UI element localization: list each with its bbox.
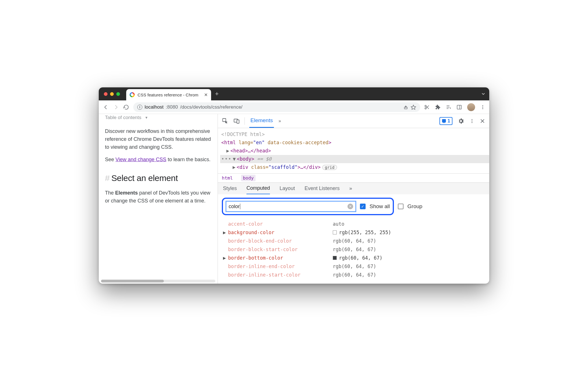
group-label: Group bbox=[407, 203, 422, 210]
zoom-window-button[interactable] bbox=[116, 92, 120, 96]
device-toolbar-icon[interactable] bbox=[233, 118, 240, 124]
more-tabs-button[interactable]: » bbox=[349, 186, 352, 191]
computed-property-row[interactable]: border-block-start-colorrgb(60, 64, 67) bbox=[223, 245, 489, 254]
svg-point-12 bbox=[482, 107, 483, 107]
side-panel-icon[interactable] bbox=[456, 104, 462, 110]
url-path: /docs/devtools/css/reference/ bbox=[180, 104, 243, 110]
doctype-node[interactable]: <!DOCTYPE html> bbox=[220, 130, 489, 139]
close-devtools-button[interactable] bbox=[480, 118, 485, 124]
new-tab-button[interactable]: + bbox=[215, 90, 219, 98]
svg-rect-9 bbox=[457, 105, 462, 109]
computed-properties-list[interactable]: accent-colorauto▶background-colorrgb(255… bbox=[218, 219, 489, 284]
browser-window: CSS features reference - Chrom ✕ + i loc… bbox=[99, 87, 489, 284]
more-panels-button[interactable]: » bbox=[278, 118, 281, 124]
tab-event-listeners[interactable]: Event Listeners bbox=[304, 186, 340, 191]
profile-avatar[interactable] bbox=[467, 103, 475, 111]
property-name: accent-color bbox=[228, 221, 333, 227]
styles-tabbar: Styles Computed Layout Event Listeners » bbox=[218, 182, 489, 194]
show-all-checkbox[interactable]: ✓ bbox=[360, 204, 366, 209]
browser-tab[interactable]: CSS features reference - Chrom ✕ bbox=[126, 89, 211, 100]
tabs-dropdown-button[interactable] bbox=[481, 91, 486, 96]
computed-property-row[interactable]: ▶border-bottom-colorrgb(60, 64, 67) bbox=[223, 254, 489, 262]
property-value: rgb(60, 64, 67) bbox=[333, 272, 376, 278]
intro-paragraph: Discover new workflows in this comprehen… bbox=[105, 128, 211, 151]
svg-marker-1 bbox=[411, 105, 416, 109]
expand-triangle-icon[interactable]: ▶ bbox=[233, 164, 235, 170]
settings-gear-icon[interactable] bbox=[458, 118, 464, 124]
close-tab-button[interactable]: ✕ bbox=[204, 92, 208, 98]
property-value: rgb(60, 64, 67) bbox=[333, 264, 376, 269]
dom-tree[interactable]: <!DOCTYPE html> <html lang="en" data-coo… bbox=[218, 128, 489, 173]
svg-point-19 bbox=[472, 122, 473, 123]
svg-point-13 bbox=[482, 108, 483, 109]
svg-point-18 bbox=[472, 120, 473, 121]
back-button[interactable] bbox=[103, 104, 109, 110]
tab-styles[interactable]: Styles bbox=[223, 186, 237, 191]
breadcrumb-body[interactable]: body bbox=[241, 175, 256, 181]
computed-property-row[interactable]: border-inline-start-colorrgb(60, 64, 67) bbox=[223, 271, 489, 279]
forward-button[interactable] bbox=[113, 104, 119, 110]
reading-list-icon[interactable] bbox=[446, 104, 451, 110]
devtools-menu-button[interactable] bbox=[469, 118, 475, 124]
svg-point-17 bbox=[472, 119, 473, 120]
computed-property-row[interactable]: border-block-end-colorrgb(60, 64, 67) bbox=[223, 237, 489, 245]
toc-label: Table of contents bbox=[105, 114, 141, 121]
breadcrumb-trail: html body bbox=[218, 173, 489, 182]
clear-filter-button[interactable]: ✕ bbox=[347, 204, 353, 209]
property-name: border-inline-end-color bbox=[228, 264, 333, 269]
color-swatch[interactable] bbox=[333, 230, 337, 234]
computed-filter-bar: color ✕ ✓ Show all Group bbox=[218, 194, 489, 219]
div-scaffold-node[interactable]: ▶<div class="scaffold">…</div>grid bbox=[220, 163, 489, 171]
site-info-icon[interactable]: i bbox=[137, 105, 142, 110]
see-suffix: to learn the basics. bbox=[166, 157, 211, 162]
filter-highlight: color ✕ ✓ Show all bbox=[222, 198, 394, 215]
property-value: rgb(60, 64, 67) bbox=[333, 238, 376, 244]
grid-badge[interactable]: grid bbox=[322, 165, 337, 170]
head-node[interactable]: ▶<head>…</head> bbox=[220, 147, 489, 155]
chrome-menu-button[interactable] bbox=[480, 105, 485, 110]
scissors-icon[interactable] bbox=[424, 104, 430, 110]
filter-input[interactable]: color ✕ bbox=[226, 201, 356, 212]
elements-paragraph: The Elements panel of DevTools lets you … bbox=[105, 189, 211, 205]
collapse-triangle-icon[interactable]: ▼ bbox=[233, 155, 236, 163]
svg-rect-16 bbox=[237, 120, 239, 123]
bookmark-star-icon[interactable] bbox=[411, 104, 416, 110]
webpage-pane: Table of contents ▼ Discover new workflo… bbox=[99, 114, 218, 284]
svg-point-3 bbox=[425, 107, 426, 109]
expand-triangle-icon[interactable]: ▶ bbox=[223, 230, 228, 235]
minimize-window-button[interactable] bbox=[110, 92, 114, 96]
share-icon[interactable] bbox=[403, 105, 408, 110]
inspect-element-icon[interactable] bbox=[222, 118, 229, 124]
devtools-pane: Elements » 1 <!DOCTYPE html> <html lang=… bbox=[218, 114, 489, 284]
color-swatch[interactable] bbox=[333, 256, 337, 260]
close-window-button[interactable] bbox=[104, 92, 108, 96]
view-change-css-link[interactable]: View and change CSS bbox=[115, 157, 166, 162]
panel-tab-elements[interactable]: Elements bbox=[249, 114, 274, 128]
reload-button[interactable] bbox=[123, 104, 129, 110]
computed-property-row[interactable]: ▶background-colorrgb(255, 255, 255) bbox=[223, 228, 489, 237]
property-value: rgb(60, 64, 67) bbox=[339, 255, 383, 261]
issues-badge[interactable]: 1 bbox=[439, 117, 452, 125]
property-value: auto bbox=[333, 221, 344, 227]
horizontal-scrollbar[interactable] bbox=[101, 280, 215, 282]
computed-property-row[interactable]: accent-colorauto bbox=[223, 220, 489, 228]
extensions-icon[interactable] bbox=[435, 104, 441, 110]
content-area: Table of contents ▼ Discover new workflo… bbox=[99, 114, 489, 284]
body-node-selected[interactable]: •••▼<body>== $0 bbox=[220, 155, 489, 163]
address-bar: i localhost:8080/docs/devtools/css/refer… bbox=[99, 100, 489, 114]
tab-layout[interactable]: Layout bbox=[280, 186, 295, 191]
expand-triangle-icon[interactable]: ▶ bbox=[226, 148, 229, 154]
tab-strip: CSS features reference - Chrom ✕ + bbox=[99, 87, 489, 100]
toc-toggle[interactable]: Table of contents ▼ bbox=[105, 114, 211, 121]
html-node[interactable]: <html lang="en" data-cookies-accepted> bbox=[220, 139, 489, 147]
property-name: border-inline-start-color bbox=[228, 272, 333, 278]
expand-triangle-icon[interactable]: ▶ bbox=[223, 255, 228, 261]
url-box[interactable]: i localhost:8080/docs/devtools/css/refer… bbox=[133, 102, 420, 112]
group-checkbox[interactable] bbox=[398, 204, 404, 209]
breadcrumb-html[interactable]: html bbox=[222, 175, 233, 181]
heading-text: Select an element bbox=[111, 173, 178, 183]
ellipsis-icon[interactable]: ••• bbox=[221, 155, 232, 163]
computed-property-row[interactable]: border-inline-end-colorrgb(60, 64, 67) bbox=[223, 262, 489, 271]
property-name: border-bottom-color bbox=[228, 255, 333, 261]
tab-computed[interactable]: Computed bbox=[246, 183, 270, 195]
